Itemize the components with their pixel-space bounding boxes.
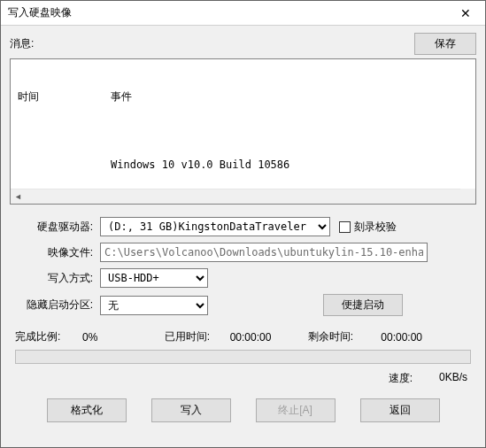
abort-button: 终止[A] — [256, 398, 336, 422]
elapsed-label: 已用时间: — [157, 329, 210, 344]
checkbox-icon[interactable] — [339, 221, 351, 233]
verify-checkbox[interactable]: 刻录校验 — [339, 220, 397, 235]
titlebar[interactable]: 写入硬盘映像 ✕ — [1, 1, 485, 26]
log-panel: 时间 事件 Windows 10 v10.0 Build 10586 下午 08… — [10, 58, 476, 205]
portable-boot-button[interactable]: 便捷启动 — [323, 294, 403, 316]
verify-label: 刻录校验 — [354, 220, 397, 235]
scroll-left-icon[interactable]: ◄ — [11, 189, 26, 205]
list-item: Windows 10 v10.0 Build 10586 — [18, 158, 468, 172]
dialog-window: 写入硬盘映像 ✕ 消息: 保存 时间 事件 Windows 10 v10.0 B… — [0, 0, 486, 448]
remain-value: 00:00:00 — [360, 331, 422, 344]
hidden-partition-select[interactable]: 无 — [100, 296, 208, 315]
speed-row: 速度: 0KB/s — [10, 369, 476, 391]
drive-label: 硬盘驱动器: — [10, 220, 100, 235]
save-button[interactable]: 保存 — [414, 33, 476, 55]
log-rows: Windows 10 v10.0 Build 10586 下午 08:06:15… — [18, 133, 468, 189]
mode-label: 写入方式: — [10, 271, 100, 286]
log-header-event: 事件 — [111, 89, 132, 104]
scroll-corner — [460, 189, 475, 204]
progress-bar — [15, 350, 471, 364]
scroll-track[interactable] — [26, 189, 460, 204]
settings-form: 硬盘驱动器: (D:, 31 GB)KingstonDataTraveler 3… — [10, 217, 476, 322]
write-button[interactable]: 写入 — [151, 398, 231, 422]
drive-select[interactable]: (D:, 31 GB)KingstonDataTraveler 3.0PMAP — [100, 217, 330, 236]
done-label: 完成比例: — [15, 329, 75, 344]
speed-label: 速度: — [389, 371, 413, 386]
h-scrollbar[interactable]: ◄ ► — [11, 189, 475, 204]
close-icon[interactable]: ✕ — [446, 1, 485, 26]
done-value: 0% — [82, 331, 150, 344]
progress-stats: 完成比例: 0% 已用时间: 00:00:00 剩余时间: 00:00:00 — [10, 329, 476, 344]
elapsed-value: 00:00:00 — [217, 331, 284, 344]
remain-label: 剩余时间: — [291, 329, 353, 344]
image-label: 映像文件: — [10, 245, 100, 260]
back-button[interactable]: 返回 — [360, 398, 440, 422]
action-buttons: 格式化 写入 终止[A] 返回 — [10, 398, 476, 422]
format-button[interactable]: 格式化 — [47, 398, 127, 422]
window-title: 写入硬盘映像 — [8, 5, 446, 20]
dialog-body: 消息: 保存 时间 事件 Windows 10 v10.0 Build 1058… — [1, 26, 485, 447]
speed-value: 0KB/s — [439, 371, 467, 386]
hidden-label: 隐藏启动分区: — [10, 297, 100, 313]
log-header-time: 时间 — [18, 89, 111, 104]
write-mode-select[interactable]: USB-HDD+ — [100, 268, 208, 288]
message-label: 消息: — [10, 36, 414, 51]
image-path-input — [100, 243, 428, 262]
